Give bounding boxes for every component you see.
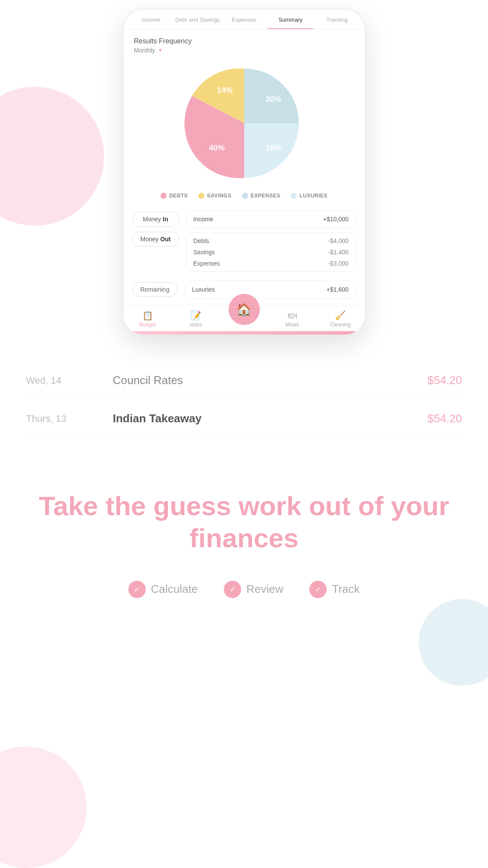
income-amount: +$10,000	[323, 216, 349, 223]
transaction-2: Thurs, 13 Indian Takeaway $54.20	[26, 400, 462, 438]
calculate-check-icon: ✓	[128, 581, 146, 598]
debts-row: Debts -$4,000	[193, 237, 349, 244]
luxuries-row-amount: +$1,600	[327, 286, 349, 293]
pie-chart-container: 30% 14% 16% 40%	[124, 58, 365, 193]
phone-nav: Income Debt and Savings Expenses Summary…	[124, 10, 365, 30]
savings-label: SAVINGS	[207, 193, 232, 199]
phone-bottom-bar	[124, 331, 365, 335]
income-label: Income	[193, 216, 213, 223]
cta-calculate: ✓ Calculate	[128, 581, 198, 598]
trans-date-1: Wed, 14	[26, 375, 113, 386]
expenses-row: Expenses -$3,000	[193, 260, 349, 267]
expenses-percent: 30%	[265, 95, 281, 104]
savings-row-amount: -$1,400	[328, 249, 348, 256]
luxuries-label: LUXURIES	[299, 193, 328, 199]
tasks-icon: 📝	[190, 311, 201, 320]
meals-nav-label: Meals	[285, 322, 299, 328]
meals-icon: 🍽	[288, 311, 297, 320]
cta-track: ✓ Track	[309, 581, 360, 598]
transaction-1: Wed, 14 Council Rates $54.20	[26, 362, 462, 400]
legend-expenses: EXPENSES	[242, 193, 281, 199]
trans-amount-2: $54.20	[427, 412, 462, 425]
bottom-nav: 📋 Budget 📝 tasks 🏠 🍽 Meals 🧹 Cleaning	[124, 306, 365, 331]
money-in-button[interactable]: Money In	[132, 212, 179, 227]
budget-icon: 📋	[142, 311, 153, 320]
expenses-row-label: Expenses	[193, 260, 220, 267]
luxuries-row: Luxuries +$1,600	[184, 280, 356, 299]
cta-review: ✓ Review	[224, 581, 283, 598]
legend-luxuries: LUXURIES	[291, 193, 328, 199]
savings-row: Savings -$1,400	[193, 249, 349, 256]
tab-tracking[interactable]: Tracking	[314, 16, 360, 29]
luxuries-dot	[291, 193, 297, 199]
expense-group: Debts -$4,000 Savings -$1,400 Expenses -…	[186, 233, 356, 272]
trans-amount-1: $54.20	[427, 374, 462, 387]
trans-date-2: Thurs, 13	[26, 413, 113, 424]
debts-row-amount: -$4,000	[328, 237, 348, 244]
review-label: Review	[246, 582, 283, 596]
expenses-dot	[242, 193, 248, 199]
expenses-row-amount: -$3,000	[328, 260, 348, 267]
bottom-nav-tasks[interactable]: 📝 tasks	[172, 306, 220, 331]
results-frequency-value[interactable]: Monthly ▼	[134, 47, 354, 54]
debts-percent: 40%	[209, 144, 224, 152]
track-check-icon: ✓	[309, 581, 327, 598]
tab-debt-savings[interactable]: Debt and Savings	[174, 16, 221, 29]
money-section: Money In Money Out Income +$10,000 Debts…	[124, 206, 365, 276]
review-check-icon: ✓	[224, 581, 241, 598]
cta-section: Take the guess work out of your finances…	[0, 455, 488, 624]
debts-label: DEBTS	[169, 193, 188, 199]
results-frequency-section: Results Frequency Monthly ▼	[124, 30, 365, 58]
trans-name-1: Council Rates	[113, 374, 427, 387]
debts-row-label: Debts	[193, 237, 210, 244]
cta-features: ✓ Calculate ✓ Review ✓ Track	[26, 581, 462, 598]
bottom-nav-meals[interactable]: 🍽 Meals	[268, 306, 316, 331]
bottom-nav-home[interactable]: 🏠	[220, 306, 268, 331]
home-icon: 🏠	[236, 302, 252, 317]
tab-summary[interactable]: Summary	[267, 16, 314, 29]
tab-expenses[interactable]: Expenses	[221, 16, 267, 29]
savings-row-label: Savings	[193, 249, 215, 256]
savings-percent: 14%	[216, 86, 232, 95]
money-labels: Money In Money Out	[132, 210, 179, 272]
budget-nav-label: Budget	[139, 322, 156, 328]
frequency-selected: Monthly	[134, 47, 155, 54]
bottom-nav-budget[interactable]: 📋 Budget	[124, 306, 172, 331]
pie-chart: 30% 14% 16% 40%	[183, 62, 305, 184]
bg-circle-bottom-left	[0, 746, 87, 868]
tab-income[interactable]: Income	[128, 16, 174, 29]
chart-legend: DEBTS SAVINGS EXPENSES LUXURIES	[124, 193, 365, 206]
legend-savings: SAVINGS	[198, 193, 232, 199]
results-frequency-label: Results Frequency	[134, 37, 354, 45]
money-detail-box: Income +$10,000 Debts -$4,000 Savings -$…	[186, 210, 356, 272]
cleaning-nav-label: Cleaning	[330, 322, 350, 328]
cleaning-icon: 🧹	[335, 311, 346, 320]
tasks-nav-label: tasks	[190, 322, 202, 328]
phone-mockup: Income Debt and Savings Expenses Summary…	[123, 9, 366, 335]
legend-debts: DEBTS	[160, 193, 188, 199]
income-row: Income +$10,000	[186, 210, 356, 228]
phone-container: Income Debt and Savings Expenses Summary…	[0, 0, 488, 335]
remaining-button[interactable]: Remaining	[132, 282, 178, 297]
debts-dot	[160, 193, 167, 199]
expenses-label: EXPENSES	[251, 193, 281, 199]
cta-title: Take the guess work out of your finances	[26, 490, 462, 555]
savings-dot	[198, 193, 204, 199]
luxuries-row-label: Luxuries	[192, 286, 215, 293]
dropdown-arrow-icon: ▼	[158, 47, 163, 53]
luxuries-percent: 16%	[265, 144, 281, 152]
main-content: Wed, 14 Council Rates $54.20 Thurs, 13 I…	[0, 335, 488, 455]
bottom-nav-cleaning[interactable]: 🧹 Cleaning	[316, 306, 364, 331]
calculate-label: Calculate	[151, 582, 198, 596]
trans-name-2: Indian Takeaway	[113, 412, 427, 425]
home-bubble: 🏠	[229, 294, 260, 325]
track-label: Track	[332, 582, 360, 596]
money-out-button[interactable]: Money Out	[132, 232, 179, 247]
